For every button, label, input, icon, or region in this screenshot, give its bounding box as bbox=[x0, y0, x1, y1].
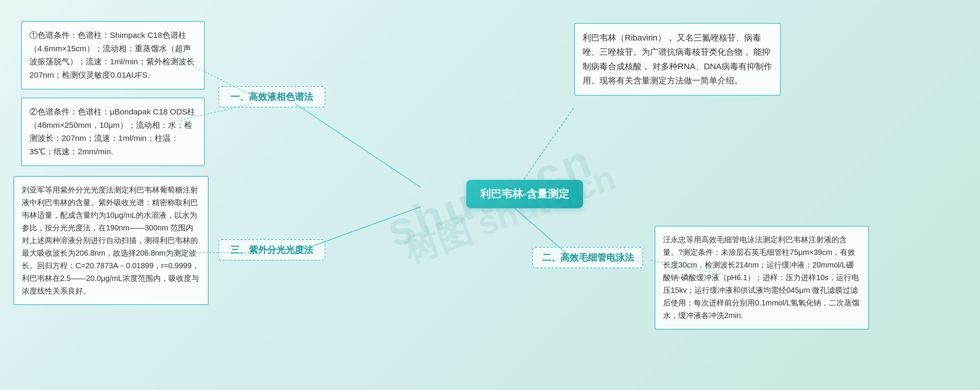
branch1-note2-text: ②色谱条件：色谱柱：μBondapak C18 ODS柱（46mm×250mm，… bbox=[29, 107, 195, 156]
branch1-label-text: 一、高效液相色谱法 bbox=[230, 91, 313, 102]
branch1-note2: ②色谱条件：色谱柱：μBondapak C18 ODS柱（46mm×250mm，… bbox=[21, 98, 205, 166]
branch2-label: 二、高效毛细管电泳法 bbox=[532, 247, 643, 268]
branch3-label-text: 三、紫外分光光度法 bbox=[230, 245, 313, 255]
branch3-label: 三、紫外分光光度法 bbox=[218, 239, 325, 261]
branch2-note1-text: 汪永忠等用高效毛细管电泳法测定利巴韦林注射液的含量。?测定条件：未涂层石英毛细管… bbox=[663, 235, 859, 320]
branch2-label-text: 二、高效毛细管电泳法 bbox=[542, 252, 634, 263]
branch2-note1: 汪永忠等用高效毛细管电泳法测定利巴韦林注射液的含量。?测定条件：未涂层石英毛细管… bbox=[655, 226, 869, 330]
branch3-note1-text: 刘亚军等用紫外分光光度法测定利巴韦林葡萄糖注射液中利巴韦林的含量。紫外吸收光谱：… bbox=[22, 186, 199, 295]
right-intro-text: 利巴韦林（Ribavirin）， 又名三氮唑核苷、病毒唑、三唑核苷。为广谱抗病毒… bbox=[583, 33, 772, 85]
central-label: 利巴韦林-含量测定 bbox=[480, 188, 569, 200]
right-intro-box: 利巴韦林（Ribavirin）， 又名三氮唑核苷、病毒唑、三唑核苷。为广谱抗病毒… bbox=[574, 23, 781, 96]
central-node: 利巴韦林-含量测定 bbox=[466, 180, 583, 208]
branch3-note1: 刘亚军等用紫外分光光度法测定利巴韦林葡萄糖注射液中利巴韦林的含量。紫外吸收光谱：… bbox=[13, 176, 209, 305]
branch1-label: 一、高效液相色谱法 bbox=[218, 86, 325, 108]
branch1-note1-text: ①色谱条件：色谱柱：Shimpack C18色谱柱（4.6mm×15cm）；流动… bbox=[29, 31, 194, 79]
svg-line-1 bbox=[295, 103, 421, 188]
branch1-note1: ①色谱条件：色谱柱：Shimpack C18色谱柱（4.6mm×15cm）；流动… bbox=[21, 21, 205, 90]
